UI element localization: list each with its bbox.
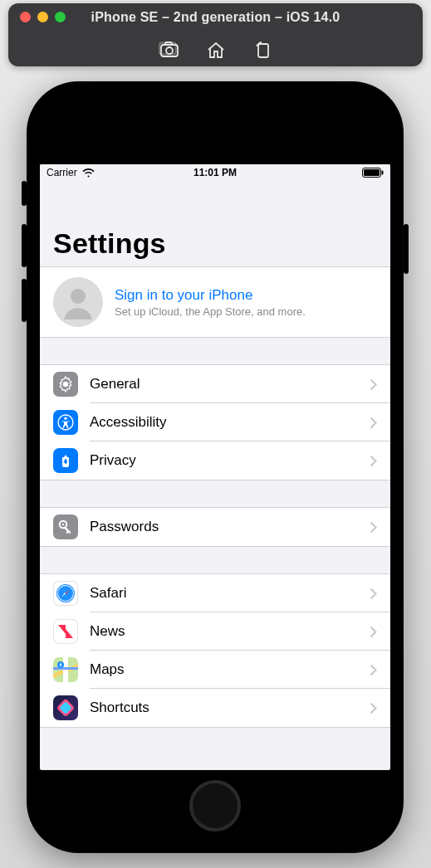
home-button-control[interactable]: [204, 40, 228, 60]
svg-point-7: [71, 289, 86, 304]
page-title: Settings: [40, 181, 390, 266]
screenshot-button[interactable]: [158, 40, 181, 60]
row-passwords-label: Passwords: [90, 519, 370, 535]
row-safari-label: Safari: [90, 585, 370, 602]
news-icon: [53, 619, 78, 644]
device-frame: Carrier 11:01 PM Settings: [27, 81, 404, 853]
sign-in-row[interactable]: Sign in to your iPhone Set up iCloud, th…: [40, 266, 390, 338]
general-icon: [53, 372, 78, 397]
device-home-button[interactable]: [189, 780, 241, 831]
chevron-right-icon: [370, 417, 377, 429]
settings-group-3: Safari News: [40, 573, 390, 728]
device-screen: Carrier 11:01 PM Settings: [40, 164, 390, 770]
svg-point-14: [62, 524, 65, 526]
shortcuts-icon: [53, 695, 78, 720]
chevron-right-icon: [370, 521, 377, 534]
svg-point-1: [166, 47, 173, 54]
status-time: 11:01 PM: [40, 167, 390, 178]
avatar: [53, 277, 103, 327]
person-icon: [59, 283, 97, 321]
maps-icon: [53, 657, 78, 682]
svg-point-8: [63, 382, 68, 387]
row-accessibility-label: Accessibility: [90, 414, 370, 431]
row-accessibility[interactable]: Accessibility: [40, 403, 390, 441]
chevron-right-icon: [370, 664, 377, 676]
sign-in-title: Sign in to your iPhone: [115, 287, 306, 304]
row-shortcuts[interactable]: Shortcuts: [40, 689, 390, 727]
privacy-icon: [53, 448, 78, 473]
chevron-right-icon: [370, 702, 377, 714]
svg-rect-3: [258, 44, 268, 57]
row-maps-label: Maps: [90, 661, 370, 678]
rotate-icon: [253, 41, 272, 59]
row-privacy[interactable]: Privacy: [40, 441, 390, 480]
chevron-right-icon: [370, 588, 377, 600]
volume-down-button[interactable]: [22, 279, 27, 322]
status-bar: Carrier 11:01 PM: [40, 164, 390, 181]
row-maps[interactable]: Maps: [40, 651, 390, 689]
row-news[interactable]: News: [40, 612, 390, 651]
volume-up-button[interactable]: [22, 224, 27, 267]
svg-point-10: [64, 417, 66, 420]
home-icon: [206, 41, 226, 59]
accessibility-icon: [53, 410, 78, 435]
safari-icon: [53, 581, 78, 606]
row-passwords[interactable]: Passwords: [40, 508, 390, 546]
settings-group-2: Passwords: [40, 507, 390, 547]
simulator-titlebar: iPhone SE – 2nd generation – iOS 14.0: [8, 3, 423, 66]
screenshot-icon: [159, 41, 180, 59]
chevron-right-icon: [370, 455, 377, 467]
sign-in-subtitle: Set up iCloud, the App Store, and more.: [115, 305, 306, 318]
row-general-label: General: [90, 376, 370, 393]
row-privacy-label: Privacy: [90, 452, 370, 469]
row-safari[interactable]: Safari: [40, 574, 390, 612]
power-button[interactable]: [404, 224, 409, 274]
passwords-icon: [53, 514, 78, 539]
row-news-label: News: [90, 623, 370, 640]
mute-switch[interactable]: [22, 181, 27, 206]
row-shortcuts-label: Shortcuts: [90, 700, 370, 716]
row-general[interactable]: General: [40, 365, 390, 403]
simulator-toolbar: [8, 40, 423, 60]
rotate-button[interactable]: [251, 40, 274, 60]
chevron-right-icon: [370, 626, 377, 638]
settings-group-1: General Accessibility: [40, 364, 390, 480]
chevron-right-icon: [370, 378, 377, 391]
svg-rect-12: [64, 461, 68, 462]
window-title: iPhone SE – 2nd generation – iOS 14.0: [8, 10, 423, 25]
